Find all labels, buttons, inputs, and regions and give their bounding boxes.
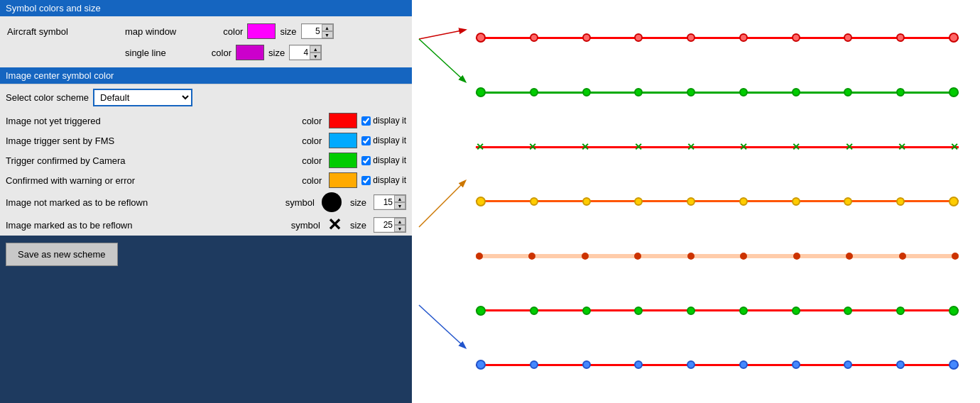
dots-6 [476, 306, 959, 316]
map-window-color-label: color [223, 26, 243, 37]
dot-6-7 [844, 307, 852, 315]
warning-error-color-box[interactable] [329, 172, 357, 188]
dot-4-9 [949, 197, 959, 206]
flight-line-1 [476, 20, 959, 55]
dot-7-9 [949, 360, 959, 370]
dot-5-9 [952, 253, 959, 260]
dot-2-5 [739, 88, 748, 96]
x-3-5: ✕ [739, 141, 748, 153]
dot-1-3 [634, 33, 643, 42]
warning-error-color-label: color [302, 175, 322, 186]
dot-7-2 [582, 360, 591, 369]
aircraft-section-body: Aircraft symbol map window color size ▲ … [0, 16, 412, 67]
flight-lines-container: ✕ ✕ ✕ ✕ ✕ ✕ ✕ ✕ ✕ ✕ [412, 0, 980, 403]
dot-2-1 [530, 88, 538, 96]
aircraft-section-title: Symbol colors and size [6, 3, 101, 13]
not-reflown-spin-buttons: ▲ ▼ [394, 195, 405, 209]
dot-2-7 [844, 88, 852, 96]
reflown-size-input[interactable] [374, 219, 394, 231]
not-reflown-size-input[interactable] [374, 196, 394, 209]
reflown-size-label: size [350, 220, 366, 231]
dot-7-3 [634, 360, 643, 369]
not-reflown-label: Image not marked as to be reflown [6, 197, 254, 208]
camera-confirm-color-box[interactable] [329, 153, 357, 168]
dot-5-2 [582, 253, 589, 260]
reflown-size-spinner[interactable]: ▲ ▼ [374, 217, 406, 233]
not-reflown-spin-down[interactable]: ▼ [394, 202, 405, 209]
camera-confirm-row: Trigger confirmed by Camera color displa… [0, 150, 412, 170]
warning-error-row: Confirmed with warning or error color di… [0, 170, 412, 190]
map-window-spin-up[interactable]: ▲ [322, 24, 333, 31]
not-triggered-color-box[interactable] [329, 113, 357, 128]
dot-7-6 [792, 360, 800, 369]
not-triggered-label: Image not yet triggered [6, 116, 254, 126]
reflown-symbol[interactable]: ✕ [327, 216, 342, 233]
reflown-symbol-label: symbol [291, 220, 320, 231]
not-triggered-display-text: display it [373, 116, 406, 126]
single-line-spin-up[interactable]: ▲ [310, 45, 321, 53]
map-window-size-label: size [280, 26, 296, 37]
scheme-dropdown[interactable]: Default [93, 89, 192, 106]
dot-4-1 [530, 197, 538, 206]
flight-line-7 [476, 347, 959, 382]
map-window-spin-down[interactable]: ▼ [322, 31, 333, 38]
x-3-6: ✕ [792, 141, 800, 153]
dot-7-4 [687, 360, 695, 369]
image-center-header: Image center symbol color [0, 67, 412, 84]
not-reflown-spin-up[interactable]: ▲ [394, 195, 405, 202]
dot-2-8 [896, 88, 905, 96]
map-window-sublabel: map window [125, 26, 176, 37]
single-line-size-spinner[interactable]: ▲ ▼ [289, 45, 322, 60]
dot-7-0 [476, 360, 486, 370]
dot-1-7 [844, 33, 852, 42]
single-line-sublabel: single line [125, 48, 166, 58]
bottom-bar: Save as new scheme [0, 236, 412, 403]
dot-1-0 [476, 33, 486, 43]
warning-error-display-label: display it [361, 175, 406, 185]
left-panel: Symbol colors and size Aircraft symbol m… [0, 0, 412, 403]
warning-error-label: Confirmed with warning or error [6, 175, 254, 186]
dot-7-1 [530, 360, 538, 369]
reflown-spin-buttons: ▲ ▼ [394, 218, 405, 232]
x-3-7: ✕ [845, 141, 854, 153]
camera-confirm-checkbox[interactable] [361, 156, 371, 165]
not-reflown-size-spinner[interactable]: ▲ ▼ [374, 194, 406, 210]
reflown-spin-down[interactable]: ▼ [394, 225, 405, 232]
dot-4-5 [739, 197, 748, 206]
map-window-color-box[interactable] [247, 23, 276, 39]
x-3-1: ✕ [528, 141, 537, 153]
fms-trigger-color-box[interactable] [329, 133, 357, 148]
not-triggered-display-label: display it [361, 116, 406, 126]
dot-4-7 [844, 197, 852, 206]
single-line-spin-down[interactable]: ▼ [310, 53, 321, 60]
map-window-spin-buttons: ▲ ▼ [322, 24, 333, 38]
dot-6-0 [476, 306, 486, 316]
map-window-size-input[interactable] [302, 25, 322, 38]
dot-5-1 [528, 253, 535, 260]
flight-line-4 [476, 184, 959, 219]
x-3-4: ✕ [687, 141, 695, 153]
single-line-size-input[interactable] [290, 46, 310, 59]
save-button[interactable]: Save as new scheme [6, 243, 118, 266]
dot-1-6 [792, 33, 800, 42]
dot-1-1 [530, 33, 538, 42]
warning-error-checkbox[interactable] [361, 176, 371, 185]
dot-2-6 [792, 88, 800, 96]
dot-5-6 [793, 253, 800, 260]
not-triggered-checkbox[interactable] [361, 116, 371, 126]
x-3-9: ✕ [950, 141, 959, 153]
fms-trigger-row: Image trigger sent by FMS color display … [0, 131, 412, 150]
dot-4-6 [792, 197, 800, 206]
map-window-size-spinner[interactable]: ▲ ▼ [301, 23, 334, 39]
aircraft-symbol-label: Aircraft symbol [7, 26, 121, 37]
dot-1-9 [949, 33, 959, 43]
fms-trigger-checkbox[interactable] [361, 136, 371, 145]
dot-5-0 [476, 253, 483, 260]
not-reflown-symbol[interactable] [322, 192, 342, 212]
x-3-2: ✕ [581, 141, 589, 153]
dot-6-6 [792, 307, 800, 315]
reflown-spin-up[interactable]: ▲ [394, 218, 405, 225]
image-center-title: Image center symbol color [6, 70, 114, 81]
single-line-color-box[interactable] [236, 45, 264, 60]
dot-4-0 [476, 197, 486, 206]
